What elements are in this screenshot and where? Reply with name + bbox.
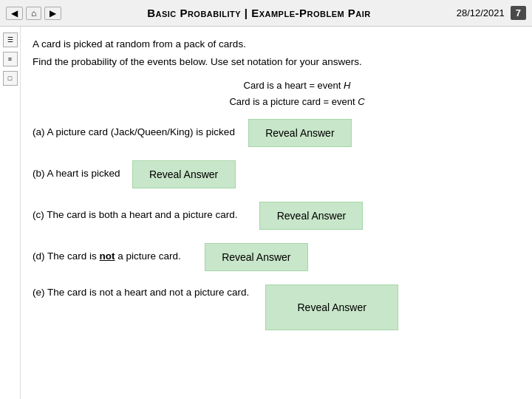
question-a-body: A picture card (Jack/Queen/King) is pick… xyxy=(47,126,235,137)
intro-line1: A card is picked at random from a pack o… xyxy=(33,37,517,52)
reveal-answer-e-button[interactable]: Reveal Answer xyxy=(265,284,398,330)
nav-back-button[interactable]: ◀ xyxy=(6,7,23,20)
notation-line1: Card is a heart = event H xyxy=(77,78,517,94)
page-number: 7 xyxy=(511,6,526,20)
question-d-after: a picture card. xyxy=(115,250,181,262)
question-d-text: (d) The card is not a picture card. xyxy=(33,250,181,264)
header-date: 28/12/2021 xyxy=(457,7,505,18)
main-layout: ☰ ≡ □ A card is picked at random from a … xyxy=(0,27,532,399)
question-row-b: (b) A heart is picked Reveal Answer xyxy=(33,160,517,188)
question-row-d: (d) The card is not a picture card. Reve… xyxy=(33,243,517,271)
nav-forward-button[interactable]: ▶ xyxy=(44,7,61,20)
reveal-answer-a-button[interactable]: Reveal Answer xyxy=(248,119,352,147)
question-d-before: The card is xyxy=(47,250,100,262)
notation-box: Card is a heart = event H Card is a pict… xyxy=(77,78,517,110)
top-bar: ◀ ⌂ ▶ Basic Probability | Example-Proble… xyxy=(0,0,532,27)
reveal-answer-d-button[interactable]: Reveal Answer xyxy=(205,243,308,271)
question-d-bold: not xyxy=(100,250,115,262)
sidebar-icon-2[interactable]: ≡ xyxy=(3,52,18,66)
sidebar: ☰ ≡ □ xyxy=(0,27,21,399)
sidebar-icon-3[interactable]: □ xyxy=(3,71,18,86)
nav-buttons: ◀ ⌂ ▶ xyxy=(6,7,61,20)
question-c-body: The card is both a heart and a picture c… xyxy=(47,209,237,220)
reveal-answer-b-button[interactable]: Reveal Answer xyxy=(132,160,236,188)
question-row-a: (a) A picture card (Jack/Queen/King) is … xyxy=(33,119,517,147)
question-b-text: (b) A heart is picked xyxy=(33,167,120,181)
page-title: Basic Probability | Example-Problem Pair xyxy=(61,7,456,19)
question-row-e: (e) The card is not a heart and not a pi… xyxy=(33,284,517,330)
question-e-body: The card is not a heart and not a pictur… xyxy=(47,287,249,298)
question-c-text: (c) The card is both a heart and a pictu… xyxy=(33,208,237,222)
header-right: 28/12/2021 7 xyxy=(457,6,526,20)
content-area: A card is picked at random from a pack o… xyxy=(21,27,532,399)
question-b-body: A heart is picked xyxy=(47,168,120,179)
nav-home-button[interactable]: ⌂ xyxy=(26,7,41,20)
sidebar-icon-1[interactable]: ☰ xyxy=(3,33,18,47)
notation-line2: Card is a picture card = event C xyxy=(77,94,517,110)
question-row-c: (c) The card is both a heart and a pictu… xyxy=(33,202,517,230)
intro-line2: Find the probability of the events below… xyxy=(33,55,517,69)
reveal-answer-c-button[interactable]: Reveal Answer xyxy=(259,202,363,230)
question-a-text: (a) A picture card (Jack/Queen/King) is … xyxy=(33,126,235,140)
question-e-text: (e) The card is not a heart and not a pi… xyxy=(33,284,249,300)
